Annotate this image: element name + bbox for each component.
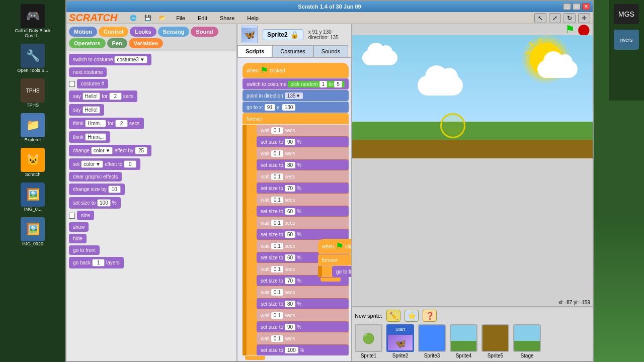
set-size-80b[interactable]: set size to 80 % (257, 298, 349, 309)
effect-val[interactable]: 25 (135, 147, 147, 154)
wait-01-9[interactable]: wait 0.1 secs (257, 310, 349, 321)
set-size-90b[interactable]: set size to 90 % (257, 321, 349, 332)
icon-explorer[interactable]: 📁 Explorer (13, 112, 53, 144)
costume-hash-btn[interactable]: costume # (77, 79, 108, 88)
minimize-button[interactable]: _ (563, 3, 571, 10)
menu-help[interactable]: Help (245, 14, 261, 22)
sprite1-thumb[interactable]: 🟢 (355, 324, 382, 352)
change-size-block[interactable]: change size by 10 (69, 184, 234, 195)
when-clicked-hat[interactable]: when ⚑ clicked (243, 63, 349, 78)
sprite4-thumb[interactable] (450, 324, 477, 352)
cat-looks[interactable]: Looks (130, 27, 156, 37)
go-back-layers-block[interactable]: go back 1 layers (69, 257, 234, 268)
sprite-item-3[interactable]: Sprite3 (418, 324, 446, 358)
think-hmm-block[interactable]: think Hmm... (69, 131, 234, 143)
go-to-xy-script[interactable]: go to x: 91 y: 130 (243, 102, 349, 113)
stop-button[interactable]: ⬤ (578, 24, 590, 36)
sprite5-thumb[interactable] (481, 324, 509, 352)
cat-operators[interactable]: Operators (69, 38, 106, 48)
maximize-button[interactable]: □ (573, 3, 581, 10)
upload-sprite-btn[interactable]: ❓ (423, 310, 437, 322)
set-effect-type[interactable]: color ▼ (81, 160, 103, 168)
icon-tphs[interactable]: TPHS TPHS (13, 77, 53, 109)
set-size-90[interactable]: set size to 90 % (257, 136, 349, 147)
set-size-50[interactable]: set size to 50 % (257, 229, 349, 240)
close-button[interactable]: ✕ (582, 3, 590, 10)
costume-checkbox[interactable] (69, 81, 75, 87)
set-size-70[interactable]: set size to 70 % (257, 183, 349, 194)
icon-mgs[interactable]: MGS (606, 3, 644, 26)
set-size-100b[interactable]: set size to 100 % (257, 344, 349, 355)
set-size-block[interactable]: set size to 100 % (69, 197, 234, 209)
cat-variables[interactable]: Variables (129, 38, 163, 48)
green-flag-button[interactable]: ⚑ (565, 24, 575, 36)
go-to-front-script[interactable]: go to front (332, 266, 351, 277)
menu-file[interactable]: File (174, 14, 188, 22)
wait-01-5[interactable]: wait 0.1 secs (257, 217, 349, 228)
size-btn[interactable]: size (77, 211, 94, 220)
menu-edit[interactable]: Edit (195, 14, 210, 22)
say-hello-secs-block[interactable]: say Hello! for 2 secs (69, 90, 234, 102)
go-to-front-btn[interactable]: go to front (69, 245, 100, 255)
size-checkbox[interactable] (69, 213, 75, 219)
icon-rivers[interactable]: rivers (606, 28, 644, 51)
point-direction-script[interactable]: point in direction 135▼ (243, 90, 349, 101)
resize-tool[interactable]: ⤢ (549, 13, 561, 23)
set-size-60[interactable]: set size to 60 % (257, 206, 349, 217)
cat-motion[interactable]: Motion (69, 27, 97, 37)
clear-effects-btn[interactable]: clear graphic effects (69, 172, 122, 182)
arrow-tool[interactable]: ↖ (534, 13, 546, 23)
icon-img[interactable]: 🖼️ IMG_0... (13, 181, 53, 213)
rotate-tool[interactable]: ↻ (564, 13, 576, 23)
effect-type-dropdown[interactable]: color ▼ (91, 147, 113, 154)
when-clicked-2[interactable]: when ⚑ clicked (318, 239, 351, 254)
stage-display[interactable] (352, 35, 593, 158)
go-back-val[interactable]: 1 (92, 259, 105, 266)
next-costume-block[interactable]: next costume (69, 67, 234, 77)
think-secs[interactable]: 2 (115, 120, 128, 127)
switch-costume-block[interactable]: switch to costume costume3 ▼ (69, 54, 234, 65)
paint-sprite-btn[interactable]: ✏️ (386, 310, 400, 322)
say-secs-val[interactable]: 2 (109, 93, 122, 100)
clear-effects-block[interactable]: clear graphic effects (69, 172, 234, 182)
sprite-item-1[interactable]: 🟢 Sprite1 (355, 324, 382, 358)
show-btn[interactable]: show (69, 222, 89, 232)
menu-share[interactable]: Share (217, 14, 237, 22)
icon-cod[interactable]: 🎮 Call of Duty Black Ops II... (13, 3, 53, 40)
icon-tools[interactable]: 🔧 Open Tools S... (13, 42, 53, 74)
wait-01-2[interactable]: wait 0.1 secs (257, 148, 349, 159)
think-hmm-secs-block[interactable]: think Hmm... for 2 secs (69, 118, 234, 129)
say2-val[interactable]: Hello! (83, 106, 101, 114)
switch-costume-script[interactable]: switch to costume pick random 1 to 5 (243, 78, 349, 89)
change-effect-block[interactable]: change color ▼ effect by 25 (69, 145, 234, 156)
wait-01-10[interactable]: wait 0.1 secs (257, 333, 349, 344)
cat-sound[interactable]: Sound (191, 27, 218, 37)
set-size-80[interactable]: set size to 80 % (257, 159, 349, 170)
tab-costumes[interactable]: Costumes (272, 45, 313, 57)
sprite2-thumb[interactable]: Start 🦋 (386, 324, 414, 352)
sprite-item-4[interactable]: Sprite4 (450, 324, 477, 358)
cat-control[interactable]: Control (99, 27, 128, 37)
forever-2[interactable]: forever (318, 254, 351, 265)
cat-sensing[interactable]: Sensing (158, 27, 190, 37)
direction-dropdown[interactable]: 135▼ (285, 93, 303, 99)
hide-btn[interactable]: hide (69, 234, 87, 243)
go-to-front-block[interactable]: go to front (69, 245, 234, 255)
next-costume-btn[interactable]: next costume (69, 67, 107, 77)
tab-sounds[interactable]: Sounds (313, 45, 348, 57)
stage-mini-thumb[interactable] (513, 324, 541, 352)
say-hello-block[interactable]: say Hello! (69, 104, 234, 116)
show-block[interactable]: show (69, 222, 234, 232)
lock-icon[interactable]: 🔒 (290, 31, 299, 39)
set-size-val[interactable]: 100 (97, 199, 111, 207)
y-input[interactable]: 130 (282, 104, 296, 111)
wait-01-3[interactable]: wait 0.1 secs (257, 171, 349, 182)
duplicate-tool[interactable]: ✛ (578, 13, 590, 23)
random-sprite-btn[interactable]: ⭐ (405, 310, 419, 322)
set-effect-block[interactable]: set color ▼ effect to 0 (69, 158, 234, 170)
think-val[interactable]: Hmm... (85, 120, 106, 127)
tab-scripts[interactable]: Scripts (237, 45, 272, 57)
stage-item[interactable]: Stage (513, 324, 541, 358)
wait-01-4[interactable]: wait 0.1 secs (257, 194, 349, 205)
wait-01-8[interactable]: wait 0.1 secs (257, 287, 349, 298)
